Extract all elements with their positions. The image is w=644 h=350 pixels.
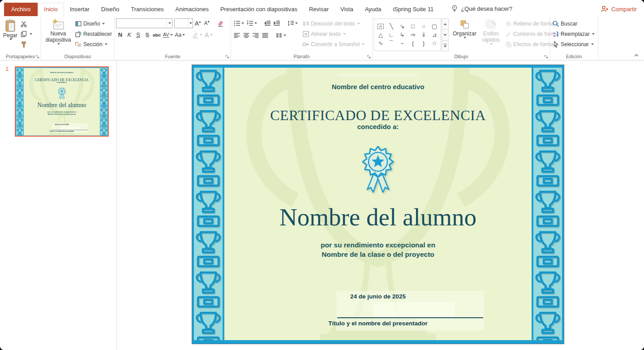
shape-line[interactable]: ╲ — [386, 22, 397, 30]
format-painter-button[interactable] — [19, 40, 33, 49]
increase-indent-button[interactable] — [272, 18, 281, 28]
shape-line-arrow[interactable]: ↘ — [397, 22, 408, 30]
tab-inicio[interactable]: Inicio — [38, 3, 64, 17]
tab-insertar[interactable]: Insertar — [64, 3, 95, 16]
bold-button[interactable]: N — [116, 30, 125, 39]
shape-right-brace[interactable]: } — [418, 39, 429, 48]
new-slide-button[interactable]: Nueva diapositiva — [43, 18, 74, 51]
shape-curve[interactable]: ~ — [397, 39, 408, 48]
shape-right-arrow[interactable]: ⇒ — [408, 30, 418, 39]
align-left-button[interactable] — [232, 30, 241, 40]
decrease-indent-button[interactable] — [263, 18, 272, 28]
font-size-input[interactable] — [175, 20, 188, 26]
tab-diseno[interactable]: Diseño — [95, 3, 125, 16]
dialog-launcher-icon[interactable] — [35, 55, 40, 59]
collapse-ribbon-icon[interactable] — [633, 53, 640, 57]
reason-line1-text[interactable]: por su rendimiento excepcional en — [24, 111, 100, 113]
justify-button[interactable] — [261, 30, 270, 40]
school-name-text[interactable]: Nombre del centro educativo — [224, 83, 532, 91]
reason-line2-text[interactable]: Nombre de la clase o del proyecto — [24, 113, 100, 115]
italic-button[interactable]: K — [125, 30, 133, 39]
tell-me-box[interactable]: ¿Qué desea hacer? — [451, 4, 512, 16]
font-name-combobox[interactable] — [116, 18, 172, 28]
gallery-more-button[interactable] — [442, 40, 449, 52]
shape-star[interactable]: ☆ — [429, 39, 440, 48]
reason-line2-text[interactable]: Nombre de la clase o del proyecto — [224, 251, 532, 259]
tab-archivo[interactable]: Archivo — [4, 3, 38, 16]
text-direction-button[interactable]: Dirección del texto — [301, 19, 365, 28]
slide-editing-area[interactable]: Nombre del centro educativo CERTIFICADO … — [192, 65, 564, 344]
align-center-button[interactable] — [242, 30, 251, 40]
copy-button[interactable] — [19, 30, 33, 39]
strikethrough-button[interactable]: abc — [152, 30, 162, 39]
columns-button[interactable] — [275, 30, 287, 40]
certificate-title-text[interactable]: CERTIFICADO DE EXCELENCIA — [224, 107, 532, 124]
line-spacing-button[interactable] — [286, 18, 299, 28]
numbering-button[interactable] — [245, 18, 258, 28]
paste-button[interactable]: Pegar — [1, 18, 19, 51]
section-button[interactable]: Sección — [74, 40, 113, 49]
signature-placeholder-box[interactable] — [373, 302, 455, 317]
shape-left-brace[interactable]: { — [408, 39, 418, 48]
highlight-color-button[interactable] — [191, 30, 203, 39]
shrink-font-button[interactable]: A▾ — [202, 19, 211, 28]
reset-slide-button[interactable]: Restablecer — [74, 30, 113, 39]
student-name-text[interactable]: Nombre del alumno — [24, 101, 100, 108]
shape-scribble[interactable]: ∿ — [375, 39, 386, 48]
school-name-text[interactable]: Nombre del centro educativo — [24, 72, 100, 73]
award-ribbon-icon[interactable] — [57, 87, 67, 99]
text-shadow-button[interactable]: S — [143, 30, 151, 39]
tab-transiciones[interactable]: Transiciones — [125, 3, 169, 16]
tab-ayuda[interactable]: Ayuda — [359, 3, 387, 16]
shape-rounded-rectangle[interactable]: ▢ — [429, 22, 440, 30]
grow-font-button[interactable]: A▴ — [193, 19, 202, 28]
shape-freeform[interactable]: ⊿ — [429, 30, 440, 39]
font-name-input[interactable] — [116, 20, 166, 26]
presenter-text[interactable]: Título y el nombre del presentador — [224, 320, 532, 327]
dialog-launcher-icon[interactable] — [544, 55, 549, 59]
dialog-launcher-icon[interactable] — [225, 55, 230, 59]
change-case-button[interactable]: Aa — [174, 30, 186, 39]
presenter-text[interactable]: Título y el nombre del presentador — [24, 130, 100, 132]
tab-animaciones[interactable]: Animaciones — [169, 3, 214, 16]
find-button[interactable]: Buscar — [551, 19, 596, 28]
shape-down-arrow[interactable]: ⇓ — [418, 30, 429, 39]
tab-ispring[interactable]: iSpring Suite 11 — [387, 3, 439, 16]
tab-vista[interactable]: Vista — [335, 3, 359, 16]
align-text-button[interactable]: Alinear texto — [301, 30, 365, 39]
gallery-up-button[interactable] — [442, 18, 449, 30]
shape-elbow-connector[interactable]: ∟ — [386, 30, 397, 39]
select-button[interactable]: Seleccionar — [551, 40, 596, 49]
shape-rectangle[interactable]: □ — [408, 22, 418, 30]
student-name-text[interactable]: Nombre del alumno — [224, 203, 532, 231]
tab-revisar[interactable]: Revisar — [303, 3, 335, 16]
underline-button[interactable]: S — [134, 30, 142, 39]
dialog-launcher-icon[interactable] — [367, 55, 371, 59]
convert-smartart-button[interactable]: Convertir a SmartArt — [301, 40, 365, 49]
clear-formatting-button[interactable] — [216, 19, 225, 28]
arrange-button[interactable]: Organizar — [451, 18, 478, 51]
align-right-button[interactable] — [251, 30, 260, 40]
replace-button[interactable]: Reemplazar — [551, 30, 596, 39]
font-color-button[interactable]: A — [204, 30, 213, 39]
shape-arc[interactable]: ⌒ — [386, 39, 397, 48]
share-button[interactable]: Compartir — [601, 5, 637, 13]
date-text[interactable]: 24 de junio de 2025 — [224, 293, 532, 300]
award-ribbon-icon[interactable] — [357, 145, 399, 194]
date-text[interactable]: 24 de junio de 2025 — [24, 124, 100, 125]
awarded-to-text[interactable]: concedido a: — [24, 82, 100, 83]
quick-styles-button[interactable]: Estilos rápidos — [481, 18, 502, 51]
gallery-down-button[interactable] — [442, 29, 449, 40]
shape-text-box[interactable]: A — [378, 24, 384, 29]
cut-button[interactable] — [19, 19, 33, 28]
shape-isosceles-triangle[interactable]: △ — [375, 30, 386, 39]
reason-line1-text[interactable]: por su rendimiento excepcional en — [224, 241, 532, 249]
slide-layout-button[interactable]: Diseño — [74, 19, 113, 28]
tab-presentacion[interactable]: Presentación con diapositivas — [215, 3, 303, 16]
slide-1-thumbnail[interactable]: Nombre del centro educativo CERTIFICADO … — [15, 66, 109, 137]
character-spacing-button[interactable]: AV — [162, 30, 174, 39]
shape-oval[interactable]: ○ — [418, 22, 429, 30]
shape-elbow-arrow-connector[interactable]: ↳ — [397, 30, 408, 39]
bullets-button[interactable] — [232, 18, 245, 28]
font-size-combobox[interactable] — [174, 18, 193, 28]
